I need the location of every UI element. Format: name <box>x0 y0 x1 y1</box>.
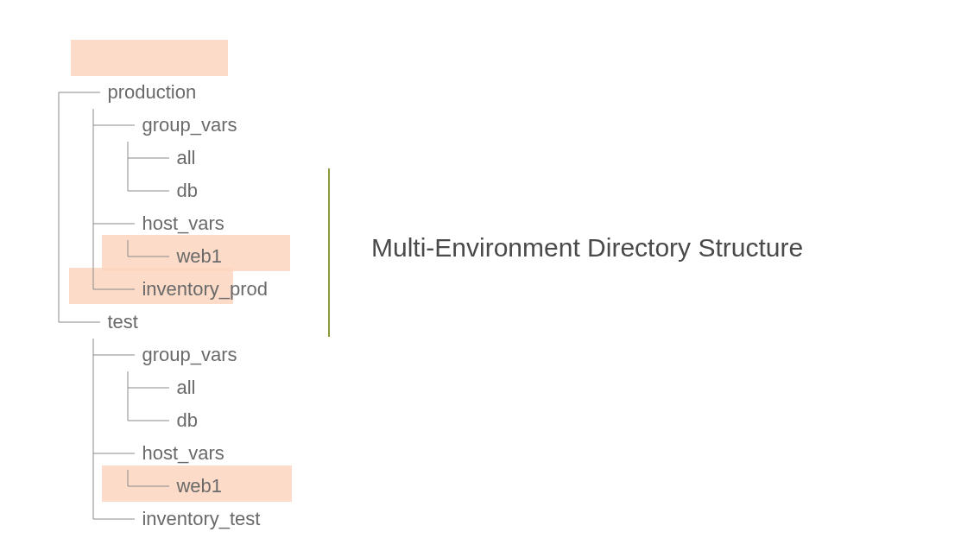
tree-row-inventory-prod: inventory_prod <box>35 240 268 273</box>
tree-row-host-vars-1: host_vars <box>35 174 268 207</box>
tree-row-inventory-test: inventory_test <box>35 470 268 503</box>
tree-row-group-vars-1: group_vars <box>35 76 268 109</box>
tree-row-db-2: db <box>35 371 268 404</box>
tree-row-production: production <box>35 43 268 76</box>
tree-row-group-vars-2: group_vars <box>35 306 268 339</box>
tree-row-host-vars-2: host_vars <box>35 404 268 437</box>
directory-tree: production group_vars all db host_vars <box>35 43 268 503</box>
diagram-title: Multi-Environment Directory Structure <box>371 233 803 263</box>
tree-row-web1-1: web1 <box>35 207 268 240</box>
tree-connector-icon <box>55 503 142 535</box>
tree-row-db-1: db <box>35 142 268 174</box>
tree-row-test: test <box>35 273 268 306</box>
vertical-divider <box>328 168 330 337</box>
tree-label: inventory_test <box>142 508 260 529</box>
tree-row-all-2: all <box>35 339 268 371</box>
tree-row-web1-2: web1 <box>35 437 268 470</box>
tree-row-all-1: all <box>35 109 268 142</box>
